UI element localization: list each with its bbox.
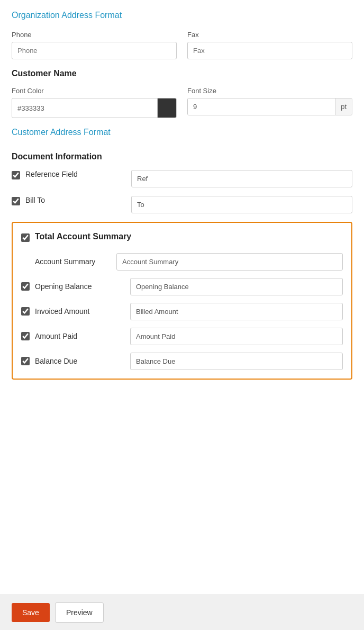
account-summary-row: Account Summary (21, 253, 343, 271)
reference-field-checkbox[interactable] (12, 171, 20, 179)
amount-paid-input-wrapper (130, 328, 343, 345)
phone-group: Phone (12, 31, 177, 59)
balance-due-checkbox[interactable] (21, 357, 30, 365)
opening-balance-input-wrapper (130, 278, 343, 295)
color-input-wrapper (12, 98, 177, 118)
invoiced-amount-input[interactable] (130, 303, 343, 320)
amount-paid-input[interactable] (130, 328, 343, 345)
opening-balance-row: Opening Balance (21, 278, 343, 295)
total-account-header: Total Account Summary (21, 231, 343, 242)
org-address-link[interactable]: Organization Address Format (12, 11, 122, 20)
font-size-wrapper: pt (187, 98, 352, 115)
font-size-unit: pt (335, 98, 352, 115)
customer-name-heading: Customer Name (12, 69, 352, 78)
footer-bar: Save Preview (0, 595, 364, 630)
document-info-section: Document Information Reference Field Bil… (12, 152, 352, 213)
bill-to-input-wrapper (131, 196, 352, 213)
customer-address-link[interactable]: Customer Address Format (12, 128, 111, 137)
invoiced-amount-label: Invoiced Amount (35, 307, 130, 316)
font-color-input[interactable] (12, 100, 157, 116)
bill-to-row: Bill To (12, 196, 352, 213)
total-account-title: Total Account Summary (35, 231, 131, 242)
reference-field-input-wrapper (131, 170, 352, 187)
invoiced-amount-checkbox[interactable] (21, 307, 30, 316)
balance-due-input[interactable] (130, 353, 343, 370)
opening-balance-input[interactable] (130, 278, 343, 295)
font-color-group: Font Color (12, 87, 177, 118)
account-summary-label: Account Summary (35, 257, 116, 266)
account-summary-input-wrapper (116, 253, 343, 271)
phone-input[interactable] (12, 42, 177, 59)
amount-paid-row: Amount Paid (21, 328, 343, 345)
balance-due-input-wrapper (130, 353, 343, 370)
fax-input[interactable] (187, 42, 352, 59)
phone-fax-row: Phone Fax (12, 31, 352, 59)
amount-paid-label: Amount Paid (35, 332, 130, 340)
fax-label: Fax (187, 31, 352, 39)
customer-name-section: Customer Name (12, 69, 352, 78)
invoiced-amount-row: Invoiced Amount (21, 303, 343, 320)
font-size-label: Font Size (187, 87, 352, 95)
balance-due-row: Balance Due (21, 353, 343, 370)
phone-label: Phone (12, 31, 177, 39)
font-color-label: Font Color (12, 87, 177, 95)
bill-to-checkbox[interactable] (12, 197, 20, 205)
bill-to-label: Bill To (25, 196, 131, 204)
reference-field-input[interactable] (131, 170, 352, 187)
balance-due-label: Balance Due (35, 357, 130, 365)
amount-paid-checkbox[interactable] (21, 332, 30, 340)
font-size-group: Font Size pt (187, 87, 352, 118)
main-content: Organization Address Format Phone Fax Cu… (0, 0, 364, 437)
document-info-heading: Document Information (12, 152, 352, 161)
fax-group: Fax (187, 31, 352, 59)
total-account-summary-box: Total Account Summary Account Summary Op… (12, 222, 352, 380)
total-account-checkbox[interactable] (21, 233, 30, 242)
account-summary-input[interactable] (116, 253, 343, 271)
opening-balance-checkbox[interactable] (21, 282, 30, 291)
bill-to-input[interactable] (131, 196, 352, 213)
font-size-input[interactable] (188, 98, 335, 115)
opening-balance-label: Opening Balance (35, 282, 130, 291)
invoiced-amount-input-wrapper (130, 303, 343, 320)
reference-field-row: Reference Field (12, 170, 352, 187)
save-button[interactable]: Save (12, 603, 50, 622)
color-swatch[interactable] (157, 98, 176, 118)
preview-button[interactable]: Preview (55, 602, 104, 623)
reference-field-label: Reference Field (25, 170, 131, 178)
font-row: Font Color Font Size pt (12, 87, 352, 118)
